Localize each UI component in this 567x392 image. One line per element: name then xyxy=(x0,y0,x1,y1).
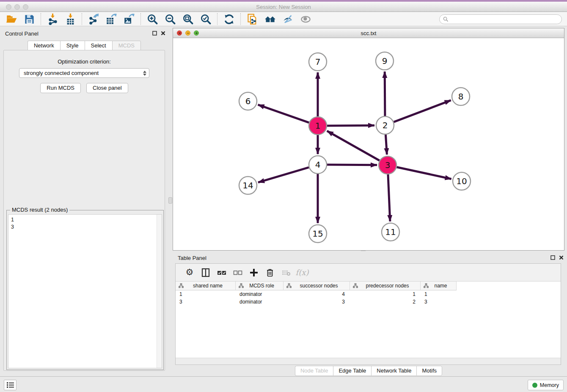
table-row[interactable]: 1dominator411 xyxy=(176,291,561,298)
tab-style[interactable]: Style xyxy=(60,41,85,51)
graph-node-14[interactable]: 14 xyxy=(239,177,257,194)
column-header-name[interactable]: name xyxy=(421,282,457,290)
cell-successor-nodes[interactable]: 3 xyxy=(284,299,350,306)
table-panel-tabs: Node TableEdge TableNetwork TableMotifs xyxy=(173,366,564,376)
graph-edge-3-10[interactable] xyxy=(397,167,451,179)
clear-checks-button[interactable] xyxy=(230,265,246,280)
network-canvas[interactable]: 7968124314101511 xyxy=(173,38,564,250)
cell-predecessor-nodes[interactable]: 1 xyxy=(350,291,421,298)
node-label: 3 xyxy=(385,160,391,170)
cell-shared-name[interactable]: 3 xyxy=(176,299,236,306)
delete-table-button[interactable] xyxy=(278,265,294,280)
select-updown-icon xyxy=(143,71,146,76)
table-settings-button[interactable]: ⚙ xyxy=(182,265,198,280)
task-history-button[interactable] xyxy=(4,380,17,390)
tab-select[interactable]: Select xyxy=(85,41,112,51)
graph-edge-2-3[interactable] xyxy=(385,135,387,155)
graph-node-9[interactable]: 9 xyxy=(376,52,394,70)
zoom-out-button[interactable] xyxy=(161,13,179,26)
graph-node-3[interactable]: 3 xyxy=(379,156,396,174)
show-columns-button[interactable] xyxy=(198,265,214,280)
mcds-result-area[interactable]: 1 3 xyxy=(8,214,162,368)
graph-node-15[interactable]: 15 xyxy=(309,225,327,243)
run-mcds-button[interactable]: Run MCDS xyxy=(40,83,81,93)
plus-icon xyxy=(249,268,259,277)
graph-edge-1-2[interactable] xyxy=(327,125,374,126)
delete-row-button[interactable] xyxy=(262,265,278,280)
float-panel-icon[interactable] xyxy=(550,255,556,260)
zoom-selected-button[interactable] xyxy=(197,13,215,26)
graph-edge-3-11[interactable] xyxy=(388,174,390,221)
network-window-titlebar[interactable]: scc.txt xyxy=(173,28,564,38)
close-panel-icon[interactable] xyxy=(160,30,166,36)
export-network-button[interactable] xyxy=(85,13,102,26)
graph-edge-4-3[interactable] xyxy=(327,165,377,165)
graph-node-6[interactable]: 6 xyxy=(239,92,257,110)
cell-predecessor-nodes[interactable]: 2 xyxy=(350,299,421,306)
zoom-fit-button[interactable] xyxy=(179,13,197,26)
import-table-button[interactable] xyxy=(61,13,79,26)
tab-network[interactable]: Network xyxy=(28,41,60,51)
column-header-predecessor-nodes[interactable]: predecessor nodes xyxy=(350,282,421,290)
status-bar: Memory xyxy=(0,376,567,392)
column-header-shared-name[interactable]: shared name xyxy=(176,282,236,290)
export-image-button[interactable] xyxy=(120,13,138,26)
save-session-button[interactable] xyxy=(20,13,38,26)
tab-network-table[interactable]: Network Table xyxy=(371,366,416,376)
memory-button[interactable]: Memory xyxy=(528,380,564,390)
network-graph[interactable]: 7968124314101511 xyxy=(173,38,564,250)
graph-node-8[interactable]: 8 xyxy=(452,88,470,105)
cell-shared-name[interactable]: 1 xyxy=(176,291,236,298)
graph-node-1[interactable]: 1 xyxy=(309,117,327,135)
graph-node-11[interactable]: 11 xyxy=(382,223,399,241)
vertical-splitter-grip[interactable] xyxy=(168,197,172,204)
save-icon xyxy=(24,14,35,25)
tab-mcds[interactable]: MCDS xyxy=(112,41,141,51)
graph-edge-1-6[interactable] xyxy=(258,105,309,122)
tab-motifs[interactable]: Motifs xyxy=(416,366,442,376)
zoom-in-button[interactable] xyxy=(143,13,161,26)
column-header-MCDS-role[interactable]: MCDS role xyxy=(236,282,284,290)
mcds-result-text: 1 3 xyxy=(8,215,162,232)
hide-graphics-details-button[interactable] xyxy=(279,13,297,26)
graph-edge-4-14[interactable] xyxy=(258,167,309,182)
cell-MCDS-role[interactable]: dominator xyxy=(236,291,284,298)
search-input[interactable] xyxy=(449,15,561,23)
criterion-select[interactable]: strongly connected component xyxy=(19,68,149,78)
add-row-button[interactable] xyxy=(246,265,262,280)
graph-edge-2-8[interactable] xyxy=(394,100,451,122)
cell-MCDS-role[interactable]: dominator xyxy=(236,299,284,306)
graph-edge-3-1[interactable] xyxy=(327,131,380,160)
float-panel-icon[interactable] xyxy=(151,30,157,36)
close-panel-button[interactable]: Close panel xyxy=(86,83,128,93)
tab-node-table[interactable]: Node Table xyxy=(295,366,333,376)
control-panel: Control Panel NetworkStyleSelectMCDS Opt… xyxy=(0,26,168,377)
function-builder-button[interactable]: f(x) xyxy=(294,265,310,280)
graph-edge-2-9[interactable] xyxy=(385,72,385,116)
graph-node-2[interactable]: 2 xyxy=(376,116,394,134)
search-box[interactable] xyxy=(439,14,562,24)
table-row[interactable]: 3dominator323 xyxy=(176,299,561,306)
scrollbar[interactable] xyxy=(157,215,162,368)
first-neighbors-button[interactable] xyxy=(261,13,279,26)
table-panel-title: Table Panel xyxy=(178,255,206,261)
node-table: ⚙ f(x) xyxy=(175,263,561,365)
close-panel-icon[interactable] xyxy=(558,255,564,260)
graph-node-7[interactable]: 7 xyxy=(309,53,327,71)
refresh-button[interactable] xyxy=(220,13,238,26)
search-icon xyxy=(443,17,449,22)
show-graphics-details-button[interactable] xyxy=(297,13,314,26)
select-all-checks-button[interactable] xyxy=(214,265,230,280)
cell-name[interactable]: 3 xyxy=(421,299,457,306)
open-session-button[interactable] xyxy=(3,13,20,26)
cell-name[interactable]: 1 xyxy=(421,291,457,298)
graph-node-4[interactable]: 4 xyxy=(309,156,327,174)
export-table-button[interactable] xyxy=(102,13,120,26)
tab-edge-table[interactable]: Edge Table xyxy=(333,366,371,376)
node-label: 14 xyxy=(242,180,253,190)
column-header-successor-nodes[interactable]: successor nodes xyxy=(284,282,350,290)
graph-node-10[interactable]: 10 xyxy=(453,172,471,190)
duplicate-network-button[interactable] xyxy=(243,13,261,26)
cell-successor-nodes[interactable]: 4 xyxy=(284,291,350,298)
import-network-button[interactable] xyxy=(44,13,61,26)
